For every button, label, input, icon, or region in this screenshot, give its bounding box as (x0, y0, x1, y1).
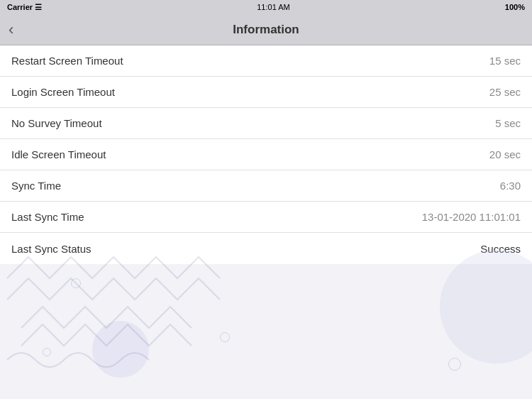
table-row: No Survey Timeout5 sec (0, 108, 532, 139)
time-label: 11:01 AM (257, 3, 289, 11)
row-value: 20 sec (489, 148, 521, 160)
carrier-label: Carrier ☰ (7, 3, 42, 12)
table-row: Sync Time6:30 (0, 170, 532, 202)
circle-large (440, 250, 532, 364)
back-button[interactable]: ‹ (9, 22, 13, 38)
table-row: Login Screen Timeout25 sec (0, 77, 532, 108)
row-label: Restart Screen Timeout (11, 55, 123, 67)
deco-svg (0, 236, 284, 378)
circle-small-1 (448, 358, 461, 371)
row-value: 6:30 (500, 180, 521, 192)
row-label: No Survey Timeout (11, 117, 102, 129)
row-value: 13-01-2020 11:01:01 (422, 211, 521, 223)
nav-title: Information (233, 23, 299, 37)
nav-bar: ‹ Information (0, 14, 532, 45)
decorative-background (0, 236, 532, 399)
row-label: Sync Time (11, 180, 61, 192)
battery-label: 100% (505, 3, 525, 11)
row-label: Idle Screen Timeout (11, 148, 106, 160)
row-label: Last Sync Time (11, 211, 84, 223)
row-value: 25 sec (489, 86, 521, 98)
table-row: Last Sync Time13-01-2020 11:01:01 (0, 202, 532, 233)
table-row: Restart Screen Timeout15 sec (0, 45, 532, 77)
row-label: Login Screen Timeout (11, 86, 115, 98)
status-bar: Carrier ☰ 11:01 AM 100% (0, 0, 532, 14)
row-value: 15 sec (489, 55, 521, 67)
back-chevron-icon: ‹ (9, 22, 13, 38)
table-row: Idle Screen Timeout20 sec (0, 139, 532, 170)
row-value: 5 sec (495, 117, 521, 129)
info-table: Restart Screen Timeout15 secLogin Screen… (0, 45, 532, 264)
